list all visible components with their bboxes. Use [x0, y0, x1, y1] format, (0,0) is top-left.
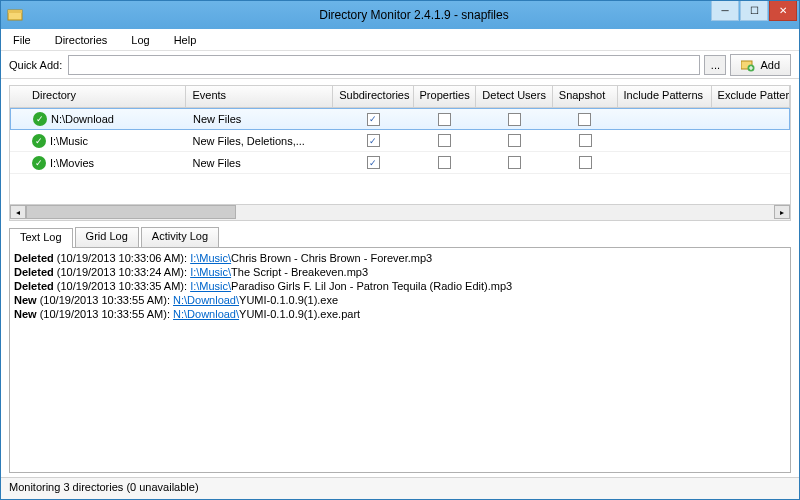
checkbox-icon[interactable]	[438, 134, 451, 147]
scroll-left-arrow[interactable]: ◂	[10, 205, 26, 219]
log-line: New (10/19/2013 10:33:55 AM): N:\Downloa…	[14, 307, 786, 321]
browse-button[interactable]: ...	[704, 55, 726, 75]
log-path-link[interactable]: I:\Music\	[190, 252, 231, 264]
tab-text-log[interactable]: Text Log	[9, 228, 73, 248]
events-cell: New Files, Deletions,...	[186, 135, 333, 147]
quick-add-bar: Quick Add: ... Add	[1, 51, 799, 79]
log-filename: YUMI-0.1.0.9(1).exe.part	[239, 308, 360, 320]
log-textbox[interactable]: Deleted (10/19/2013 10:33:06 AM): I:\Mus…	[9, 247, 791, 473]
titlebar[interactable]: Directory Monitor 2.4.1.9 - snapfiles ─ …	[1, 1, 799, 29]
log-line: Deleted (10/19/2013 10:33:06 AM): I:\Mus…	[14, 251, 786, 265]
checkbox-icon[interactable]	[579, 156, 592, 169]
log-action: New	[14, 308, 37, 320]
add-button[interactable]: Add	[730, 54, 791, 76]
app-window: Directory Monitor 2.4.1.9 - snapfiles ─ …	[0, 0, 800, 500]
tab-grid-log[interactable]: Grid Log	[75, 227, 139, 247]
app-icon	[7, 7, 23, 23]
log-action: Deleted	[14, 266, 54, 278]
dir-path: I:\Music	[50, 135, 88, 147]
col-properties[interactable]: Properties	[414, 86, 477, 107]
col-subdirectories[interactable]: Subdirectories	[333, 86, 413, 107]
log-line: Deleted (10/19/2013 10:33:35 AM): I:\Mus…	[14, 279, 786, 293]
checkbox-icon[interactable]	[508, 134, 521, 147]
log-tabs: Text Log Grid Log Activity Log	[9, 227, 791, 247]
checkbox-icon[interactable]	[438, 113, 451, 126]
quick-add-input[interactable]	[68, 55, 700, 75]
table-row[interactable]: ✓I:\MusicNew Files, Deletions,...✓	[10, 130, 790, 152]
log-timestamp: (10/19/2013 10:33:55 AM):	[40, 294, 170, 306]
menu-file[interactable]: File	[7, 32, 37, 48]
maximize-button[interactable]: ☐	[740, 1, 768, 21]
status-text: Monitoring 3 directories (0 unavailable)	[9, 481, 199, 493]
scroll-thumb[interactable]	[26, 205, 236, 219]
checkbox-icon[interactable]	[579, 134, 592, 147]
log-filename: Chris Brown - Chris Brown - Forever.mp3	[231, 252, 432, 264]
checkbox-icon[interactable]	[438, 156, 451, 169]
quick-add-label: Quick Add:	[9, 59, 62, 71]
svg-rect-1	[8, 10, 22, 13]
status-ok-icon: ✓	[33, 112, 47, 126]
log-timestamp: (10/19/2013 10:33:35 AM):	[57, 280, 187, 292]
log-timestamp: (10/19/2013 10:33:55 AM):	[40, 308, 170, 320]
menubar: File Directories Log Help	[1, 29, 799, 51]
checkbox-icon[interactable]: ✓	[367, 113, 380, 126]
col-include-patterns[interactable]: Include Patterns	[618, 86, 712, 107]
menu-directories[interactable]: Directories	[49, 32, 114, 48]
add-folder-icon	[741, 58, 755, 72]
close-button[interactable]: ✕	[769, 1, 797, 21]
checkbox-icon[interactable]: ✓	[367, 156, 380, 169]
directory-grid: Directory Events Subdirectories Properti…	[9, 85, 791, 205]
log-action: Deleted	[14, 252, 54, 264]
add-button-label: Add	[760, 59, 780, 71]
scroll-right-arrow[interactable]: ▸	[774, 205, 790, 219]
log-path-link[interactable]: N:\Download\	[173, 294, 239, 306]
table-row[interactable]: ✓N:\DownloadNew Files✓	[10, 108, 790, 130]
log-filename: YUMI-0.1.0.9(1).exe	[239, 294, 338, 306]
col-exclude-patterns[interactable]: Exclude Pattern	[712, 86, 790, 107]
horizontal-scrollbar[interactable]: ◂ ▸	[9, 205, 791, 221]
tab-activity-log[interactable]: Activity Log	[141, 227, 219, 247]
col-snapshot[interactable]: Snapshot	[553, 86, 618, 107]
log-path-link[interactable]: I:\Music\	[190, 280, 231, 292]
col-directory[interactable]: Directory	[10, 86, 186, 107]
log-path-link[interactable]: N:\Download\	[173, 308, 239, 320]
dir-path: I:\Movies	[50, 157, 94, 169]
log-path-link[interactable]: I:\Music\	[190, 266, 231, 278]
log-action: New	[14, 294, 37, 306]
checkbox-icon[interactable]	[578, 113, 591, 126]
minimize-button[interactable]: ─	[711, 1, 739, 21]
menu-help[interactable]: Help	[168, 32, 203, 48]
log-timestamp: (10/19/2013 10:33:06 AM):	[57, 252, 187, 264]
log-filename: The Script - Breakeven.mp3	[231, 266, 368, 278]
status-ok-icon: ✓	[32, 134, 46, 148]
col-detect-users[interactable]: Detect Users	[476, 86, 552, 107]
log-timestamp: (10/19/2013 10:33:24 AM):	[57, 266, 187, 278]
log-line: Deleted (10/19/2013 10:33:24 AM): I:\Mus…	[14, 265, 786, 279]
status-bar: Monitoring 3 directories (0 unavailable)	[1, 477, 799, 499]
grid-header: Directory Events Subdirectories Properti…	[10, 86, 790, 108]
col-events[interactable]: Events	[186, 86, 333, 107]
checkbox-icon[interactable]	[508, 113, 521, 126]
table-row[interactable]: ✓I:\MoviesNew Files✓	[10, 152, 790, 174]
window-title: Directory Monitor 2.4.1.9 - snapfiles	[29, 8, 799, 22]
status-ok-icon: ✓	[32, 156, 46, 170]
menu-log[interactable]: Log	[125, 32, 155, 48]
log-filename: Paradiso Girls F. Lil Jon - Patron Tequi…	[231, 280, 512, 292]
checkbox-icon[interactable]	[508, 156, 521, 169]
events-cell: New Files	[186, 157, 333, 169]
checkbox-icon[interactable]: ✓	[367, 134, 380, 147]
log-line: New (10/19/2013 10:33:55 AM): N:\Downloa…	[14, 293, 786, 307]
log-action: Deleted	[14, 280, 54, 292]
dir-path: N:\Download	[51, 113, 114, 125]
events-cell: New Files	[187, 113, 333, 125]
